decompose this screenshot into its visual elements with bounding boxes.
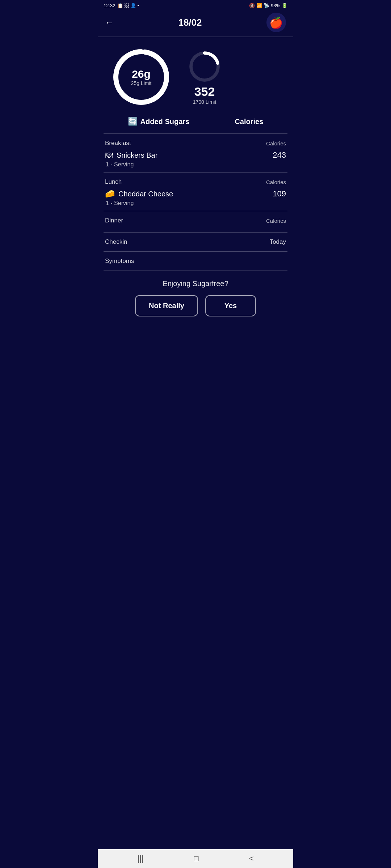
dinner-header: Dinner Calories <box>105 217 286 224</box>
symptoms-row[interactable]: Symptoms <box>98 252 293 271</box>
lunch-cal-label: Calories <box>266 179 286 185</box>
symptoms-label: Symptoms <box>105 258 134 265</box>
enjoying-section: Enjoying Sugarfree? Not Really Yes <box>98 271 293 325</box>
calories-limit: 1700 Limit <box>193 99 216 105</box>
page-title: 18/02 <box>178 17 202 28</box>
device-icons: 📋 🖼 👤 • <box>117 3 139 8</box>
header: ← 18/02 🍎 <box>98 10 293 37</box>
time-display: 12:32 <box>104 3 115 8</box>
calories-arc-svg <box>181 48 228 85</box>
sugar-limit: 25g Limit <box>131 80 152 86</box>
calories-value: 352 <box>193 85 216 99</box>
back-button[interactable]: ← <box>105 17 114 27</box>
battery-display: 93% <box>271 3 280 8</box>
breakfast-label: Breakfast <box>105 140 131 147</box>
stats-section: 26g 25g Limit 352 1700 Limit <box>98 37 293 117</box>
breakfast-header: Breakfast Calories <box>105 140 286 147</box>
breakfast-cal-label: Calories <box>266 140 286 146</box>
battery-icon: 🔋 <box>282 3 287 8</box>
calories-label: Calories <box>235 118 263 126</box>
apple-icon: 🍎 <box>269 16 283 29</box>
dinner-label: Dinner <box>105 217 123 224</box>
lunch-serving: 1 - Serving <box>106 200 286 207</box>
signal-icon: 📡 <box>264 3 269 8</box>
sugar-icon: 🔄 <box>128 117 138 126</box>
breakfast-calories: 243 <box>273 150 286 160</box>
breakfast-serving: 1 - Serving <box>106 161 286 168</box>
status-right: 🔇 📶 📡 93% 🔋 <box>249 3 287 8</box>
lunch-icon: 🧀 <box>105 189 115 199</box>
status-bar: 12:32 📋 🖼 👤 • 🔇 📶 📡 93% 🔋 <box>98 0 293 10</box>
yes-button[interactable]: Yes <box>205 295 256 316</box>
labels-row: 🔄 Added Sugars Calories <box>98 117 293 133</box>
enjoying-title: Enjoying Sugarfree? <box>105 280 286 288</box>
lunch-label: Lunch <box>105 178 122 186</box>
status-left: 12:32 📋 🖼 👤 • <box>104 3 139 8</box>
lunch-item[interactable]: 🧀 Cheddar Cheese 109 <box>105 189 286 199</box>
sugar-ring-container: 26g 25g Limit <box>109 44 174 110</box>
lunch-calories: 109 <box>273 189 286 199</box>
lunch-header: Lunch Calories <box>105 178 286 186</box>
calories-arc-wrapper <box>181 48 228 85</box>
dinner-section: Dinner Calories <box>98 211 293 232</box>
lunch-food-name: Cheddar Cheese <box>118 190 173 198</box>
enjoying-buttons: Not Really Yes <box>105 295 286 316</box>
breakfast-section: Breakfast Calories 🍽 Snickers Bar 243 1 … <box>98 134 293 172</box>
app-logo[interactable]: 🍎 <box>266 13 286 32</box>
sugar-value: 26g <box>131 68 152 80</box>
breakfast-item[interactable]: 🍽 Snickers Bar 243 <box>105 150 286 160</box>
calories-block: 352 1700 Limit <box>181 48 228 106</box>
not-really-button[interactable]: Not Really <box>135 295 198 316</box>
lunch-section: Lunch Calories 🧀 Cheddar Cheese 109 1 - … <box>98 173 293 211</box>
calories-numbers: 352 1700 Limit <box>193 85 216 105</box>
dinner-cal-label: Calories <box>266 218 286 224</box>
added-sugars-label: Added Sugars <box>140 118 190 126</box>
bottom-spacer <box>98 325 293 369</box>
sugar-label: 🔄 Added Sugars <box>128 117 190 126</box>
checkin-value: Today <box>270 238 286 246</box>
wifi-icon: 📶 <box>256 3 262 8</box>
sugar-ring-center: 26g 25g Limit <box>131 68 152 86</box>
breakfast-food-name: Snickers Bar <box>117 151 157 159</box>
mute-icon: 🔇 <box>249 3 255 8</box>
breakfast-icon: 🍽 <box>105 150 113 160</box>
checkin-row[interactable]: Checkin Today <box>98 233 293 251</box>
checkin-label: Checkin <box>105 238 127 246</box>
